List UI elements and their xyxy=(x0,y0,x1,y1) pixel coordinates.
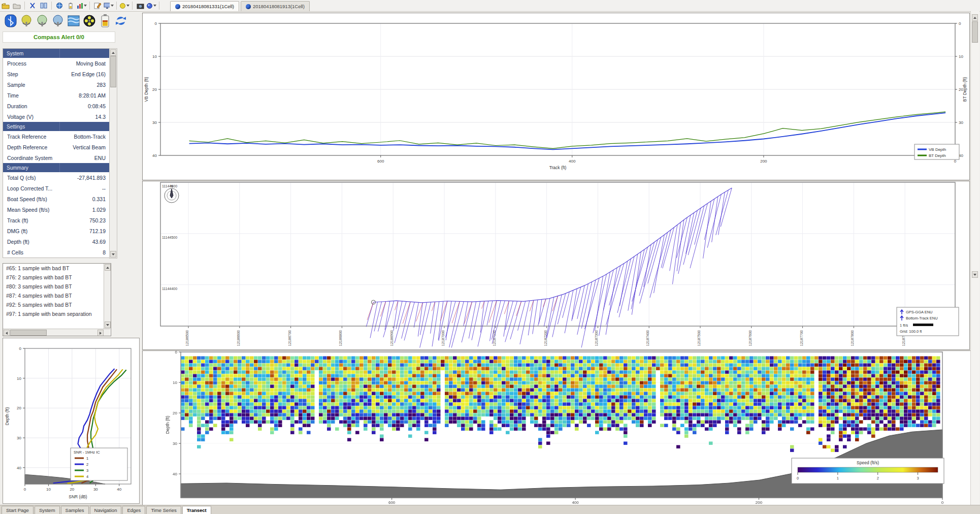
snr-profile-chart[interactable]: 010203040010203040SNR (dB)Depth (ft)SNR … xyxy=(3,338,140,504)
info-row: Track (ft)750.23 xyxy=(3,215,109,226)
battery-icon[interactable] xyxy=(97,13,113,29)
gps-dish-yellow-icon[interactable] xyxy=(19,13,34,29)
scroll-thumb[interactable] xyxy=(10,330,47,336)
scroll-left-icon[interactable] xyxy=(4,330,10,336)
view-tab-system[interactable]: System xyxy=(35,506,60,514)
info-value: 0:08:45 xyxy=(88,103,106,109)
svg-text:Track (ft): Track (ft) xyxy=(549,165,567,170)
connect-dropdown-icon[interactable] xyxy=(146,1,156,10)
document-tab-label: 20180418081913(1Cell) xyxy=(253,4,305,9)
svg-text:0: 0 xyxy=(19,346,22,351)
open-folder-icon[interactable] xyxy=(1,1,11,10)
dropdown-caret-icon[interactable] xyxy=(153,5,156,7)
messages-hscrollbar[interactable] xyxy=(3,329,110,336)
view-tabs-bar: Start PageSystemSamplesNavigationEdgesTi… xyxy=(0,505,980,514)
svg-text:11144600: 11144600 xyxy=(162,184,177,188)
svg-text:12186900: 12186900 xyxy=(390,330,394,346)
svg-text:11144400: 11144400 xyxy=(162,287,177,291)
toolbar-separator xyxy=(116,2,117,10)
info-label: Depth Reference xyxy=(7,144,47,150)
svg-text:10: 10 xyxy=(46,487,51,492)
messages-vscrollbar[interactable] xyxy=(104,264,111,329)
info-value: -27,841.893 xyxy=(77,175,106,181)
display-dropdown-icon[interactable] xyxy=(104,1,114,10)
message-line[interactable]: #92: 5 samples with bad BT xyxy=(3,300,111,309)
view-tab-navigation[interactable]: Navigation xyxy=(90,506,122,514)
document-tab-1[interactable]: 20180418081331(1Cell) xyxy=(170,1,239,11)
svg-text:1: 1 xyxy=(86,456,88,461)
info-row: Loop Corrected T...-- xyxy=(3,183,109,194)
dropdown-caret-icon[interactable] xyxy=(126,5,129,7)
speed-contour-chart[interactable]: 0102030406004002000Track (ft)Depth (ft)S… xyxy=(142,350,971,506)
document-tab-2[interactable]: 20180418081913(1Cell) xyxy=(241,1,310,11)
ship-track-chart[interactable]: 1218650012186600121867001218680012186900… xyxy=(142,181,970,350)
system-messages-list[interactable]: #65: 1 sample with bad BT#76: 2 samples … xyxy=(3,263,111,336)
edit-settings-icon[interactable] xyxy=(92,1,103,10)
info-row: Voltage (V)14.3 xyxy=(3,111,109,122)
svg-text:12186500: 12186500 xyxy=(185,330,189,346)
svg-text:0: 0 xyxy=(959,21,961,26)
svg-text:Speed (ft/s): Speed (ft/s) xyxy=(857,460,879,465)
file-icon xyxy=(175,4,180,9)
bar-chart-dropdown-icon[interactable] xyxy=(77,1,87,10)
scroll-thumb[interactable] xyxy=(972,21,978,43)
svg-text:600: 600 xyxy=(388,500,396,505)
svg-text:0: 0 xyxy=(941,500,944,505)
svg-text:3: 3 xyxy=(917,476,919,480)
info-label: Loop Corrected T... xyxy=(7,185,52,191)
layout-columns-icon[interactable] xyxy=(39,1,49,10)
gps-dish-blue-icon[interactable] xyxy=(50,13,66,29)
toolbar-separator xyxy=(51,2,52,10)
view-tab-start-page[interactable]: Start Page xyxy=(2,506,34,514)
water-level-icon[interactable] xyxy=(66,13,81,29)
toolbar-separator xyxy=(132,2,133,10)
dropdown-caret-icon[interactable] xyxy=(84,5,87,7)
view-tab-samples[interactable]: Samples xyxy=(61,506,89,514)
info-value: End Edge (16) xyxy=(71,71,106,77)
info-row: DMG (ft)712.19 xyxy=(3,226,109,236)
battery-small-icon[interactable] xyxy=(66,1,76,10)
dropdown-caret-icon[interactable] xyxy=(111,5,114,7)
charts-vertical-scrollbar[interactable] xyxy=(970,11,979,505)
bluetooth-icon[interactable] xyxy=(3,13,18,29)
new-folder-icon[interactable] xyxy=(12,1,22,10)
message-line[interactable]: #65: 1 sample with bad BT xyxy=(3,264,111,273)
message-line[interactable]: #97: 1 sample with beam separation xyxy=(3,309,111,318)
info-label: Depth (ft) xyxy=(7,239,29,245)
gps-dish-green-icon[interactable] xyxy=(35,13,50,29)
recorder-icon[interactable] xyxy=(82,13,97,29)
info-value: 712.19 xyxy=(89,228,106,234)
scroll-up-icon[interactable] xyxy=(110,49,116,56)
scroll-up-icon[interactable] xyxy=(972,14,978,21)
scroll-thumb[interactable] xyxy=(110,56,116,87)
snapshot-icon[interactable] xyxy=(135,1,145,10)
svg-text:200: 200 xyxy=(760,159,767,164)
view-tab-edges[interactable]: Edges xyxy=(122,506,145,514)
depth-profile-chart[interactable]: 0010102020303040406004002000Track (ft)VB… xyxy=(142,13,970,180)
globe-icon[interactable] xyxy=(54,1,64,10)
scroll-down-icon[interactable] xyxy=(972,271,978,278)
info-row: StepEnd Edge (16) xyxy=(3,69,109,79)
message-line[interactable]: #80: 3 samples with bad BT xyxy=(3,282,111,291)
info-label: Total Q (cfs) xyxy=(7,175,36,181)
svg-text:0: 0 xyxy=(155,21,157,26)
scroll-down-icon[interactable] xyxy=(105,322,111,328)
message-line[interactable]: #76: 2 samples with bad BT xyxy=(3,273,111,282)
view-tab-time-series[interactable]: Time Series xyxy=(146,506,181,514)
svg-text:2: 2 xyxy=(877,476,879,480)
scroll-up-icon[interactable] xyxy=(105,264,111,271)
info-row: Mean Speed (ft/s)1.029 xyxy=(3,204,109,215)
view-tab-transect[interactable]: Transect xyxy=(182,506,211,514)
cut-icon[interactable] xyxy=(27,1,38,10)
sync-icon[interactable] xyxy=(113,13,128,29)
scroll-down-icon[interactable] xyxy=(110,251,116,258)
scroll-right-icon[interactable] xyxy=(97,330,104,336)
ball-dropdown-icon[interactable] xyxy=(119,1,129,10)
info-value: Bottom-Track xyxy=(74,134,106,140)
message-line[interactable]: #87: 4 samples with bad BT xyxy=(3,291,111,300)
svg-text:200: 200 xyxy=(756,500,763,505)
svg-text:11144500: 11144500 xyxy=(162,236,177,239)
svg-text:0: 0 xyxy=(24,487,26,492)
info-label: # Cells xyxy=(7,249,23,255)
info-table-scrollbar[interactable] xyxy=(109,48,117,259)
